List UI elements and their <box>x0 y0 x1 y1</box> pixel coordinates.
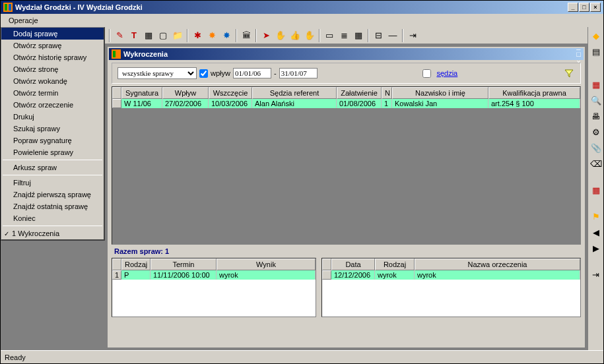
new-doc-icon[interactable]: ▢ <box>156 29 170 42</box>
wplyw-checkbox[interactable] <box>199 69 208 78</box>
table-row[interactable]: 12/12/2006 wyrok wyrok <box>322 270 580 280</box>
main-grid-body[interactable]: W 11/06 27/02/2006 10/03/2006 Alan Alańs… <box>112 99 580 244</box>
content-column: ✎ T ▦ ▢ 📁 ✱ ✸ ✸ 🏛 ➤ ✋ 👍 ✋ ▭ ≣ ▦ <box>105 27 587 350</box>
cell-termin: 11/11/2006 10:00 <box>151 270 217 280</box>
grid-icon[interactable]: ▦ <box>142 29 155 42</box>
menu-znajdz-pierwsza[interactable]: Znajdź pierwszą sprawę <box>1 189 104 200</box>
grid2-icon[interactable]: ▦ <box>352 29 365 42</box>
blue-star-icon[interactable]: ✸ <box>220 29 233 42</box>
maximize-button[interactable]: □ <box>579 3 589 12</box>
flag-icon[interactable]: ⚑ <box>590 210 602 222</box>
col-kwalifikacja[interactable]: Kwalifikacja prawna <box>488 87 580 99</box>
exit-icon[interactable]: ⇥ <box>406 29 419 42</box>
col-rodzaj[interactable]: Rodzaj <box>121 258 151 270</box>
menu-otworz-historie[interactable]: Otwórz historię sprawy <box>1 51 104 63</box>
child-maximize-button[interactable]: □ <box>576 50 581 58</box>
palm-icon[interactable]: ✋ <box>303 29 316 42</box>
exit2-icon[interactable]: ⇥ <box>590 268 602 280</box>
toolbar-separator <box>109 29 110 42</box>
table-row[interactable]: W 11/06 27/02/2006 10/03/2006 Alan Alańs… <box>112 99 580 108</box>
minimize-button[interactable]: _ <box>568 3 578 12</box>
prev-icon[interactable]: ◀ <box>590 226 602 238</box>
menu-filtruj[interactable]: Filtruj <box>1 177 104 189</box>
search-icon[interactable]: 🔍 <box>590 94 602 106</box>
menu-dodaj-sprawe[interactable]: Dodaj sprawę <box>1 28 104 40</box>
menu-szukaj[interactable]: Szukaj sprawy <box>1 123 104 135</box>
row-num: 1 <box>112 270 121 280</box>
calendar-icon[interactable]: ▦ <box>590 184 602 196</box>
main-window: Wydział Grodzki - IV Wydział Grodzki _ □… <box>0 0 604 364</box>
bug-icon[interactable]: ✱ <box>191 29 204 42</box>
menu-otworz-sprawe[interactable]: Otwórz sprawę <box>1 40 104 51</box>
child-title: Wykroczenia <box>123 50 576 58</box>
menu-otworz-wokande[interactable]: Otwórz wokandę <box>1 75 104 87</box>
folder-icon[interactable]: 📁 <box>171 29 184 42</box>
cell-nazwa: wyrok <box>415 270 580 280</box>
close-button[interactable]: × <box>590 3 601 12</box>
table-row[interactable]: 1 P 11/11/2006 10:00 wyrok <box>112 270 316 280</box>
building-icon[interactable]: 🏛 <box>240 29 253 42</box>
titlebar: Wydział Grodzki - IV Wydział Grodzki _ □… <box>1 1 603 14</box>
left-grid-body[interactable]: 1 P 11/11/2006 10:00 wyrok <box>112 270 316 317</box>
menu-znajdz-ostatnia[interactable]: Znajdź ostatnią sprawę <box>1 200 104 212</box>
clip-icon[interactable]: 📎 <box>590 142 602 154</box>
cell-wplyw: 27/02/2006 <box>162 99 209 108</box>
menu-separator <box>3 160 102 160</box>
col-wynik[interactable]: Wynik <box>217 258 316 270</box>
menu-otworz-strone[interactable]: Otwórz stronę <box>1 63 104 75</box>
menu-wykroczenia-checked[interactable]: 1 Wykroczenia <box>1 228 104 239</box>
col-wplyw[interactable]: Wpływ <box>162 87 209 99</box>
t-icon[interactable]: T <box>127 29 141 42</box>
funnel-icon[interactable] <box>563 67 575 79</box>
erase-icon[interactable]: ⌫ <box>590 158 602 169</box>
menu-koniec[interactable]: Koniec <box>1 212 104 224</box>
card-icon[interactable]: ▭ <box>323 29 336 42</box>
sprawy-select[interactable]: wszystkie sprawy <box>117 67 197 79</box>
book-icon[interactable]: ▤ <box>590 46 602 57</box>
menu-operacje[interactable]: Operacje <box>3 15 44 26</box>
child-window: Wykroczenia _ □ × wszystkie sprawy wpływ… <box>108 47 585 348</box>
row-header-corner <box>112 87 121 99</box>
col-n[interactable]: N <box>382 87 392 99</box>
left-grid-header: Rodzaj Termin Wynik <box>112 258 316 270</box>
date-to-input[interactable] <box>279 68 318 78</box>
list-icon[interactable]: ≣ <box>337 29 351 42</box>
next-icon[interactable]: ▶ <box>590 242 602 254</box>
col-sygnatura[interactable]: Sygnatura <box>121 87 162 99</box>
app-icon <box>3 3 13 12</box>
right-grid-body[interactable]: 12/12/2006 wyrok wyrok <box>322 270 580 317</box>
col-rodzaj2[interactable]: Rodzaj <box>375 258 415 270</box>
print-icon[interactable]: 🖶 <box>590 110 602 122</box>
gear-icon[interactable]: ⚙ <box>590 126 602 138</box>
col-nazwisko[interactable]: Nazwisko i imię <box>392 87 488 99</box>
col-termin[interactable]: Termin <box>151 258 217 270</box>
menu-popraw-sygnature[interactable]: Popraw sygnaturę <box>1 135 104 146</box>
cell-zalatwienie: 01/08/2006 <box>337 99 382 108</box>
col-nazwa[interactable]: Nazwa orzeczenia <box>415 258 580 270</box>
col-wszczecie[interactable]: Wszczęcie <box>209 87 252 99</box>
child-titlebar: Wykroczenia _ □ × <box>109 48 584 60</box>
sedzia-checkbox[interactable] <box>422 69 431 78</box>
thumbs-icon[interactable]: 👍 <box>288 29 302 42</box>
summary-label: Razem spraw: 1 <box>114 247 578 255</box>
menu-drukuj[interactable]: Drukuj <box>1 111 104 123</box>
hand-icon[interactable]: ✋ <box>274 29 287 42</box>
grid-icon[interactable]: ▦ <box>590 78 602 90</box>
col-data[interactable]: Data <box>331 258 375 270</box>
arrow-icon[interactable]: ➤ <box>259 29 273 42</box>
col-sedzia[interactable]: Sędzia referent <box>252 87 337 99</box>
row-header <box>112 99 121 108</box>
sedzia-link[interactable]: sędzia <box>436 69 457 77</box>
star-icon[interactable]: ✸ <box>205 29 218 42</box>
pencil-icon[interactable]: ✎ <box>113 29 126 42</box>
menu-otworz-orzeczenie[interactable]: Otwórz orzeczenie <box>1 99 104 111</box>
child-minimize-button[interactable]: _ <box>576 42 581 50</box>
line-icon[interactable]: — <box>386 29 399 42</box>
menu-arkusz-spraw[interactable]: Arkusz spraw <box>1 162 104 173</box>
col-zalatwienie[interactable]: Załatwienie <box>337 87 382 99</box>
equals-icon[interactable]: ⊟ <box>372 29 385 42</box>
menu-otworz-termin[interactable]: Otwórz termin <box>1 87 104 99</box>
diamond-icon[interactable]: ◆ <box>590 30 602 42</box>
date-from-input[interactable] <box>233 68 271 78</box>
menu-powielenie[interactable]: Powielenie sprawy <box>1 146 104 158</box>
